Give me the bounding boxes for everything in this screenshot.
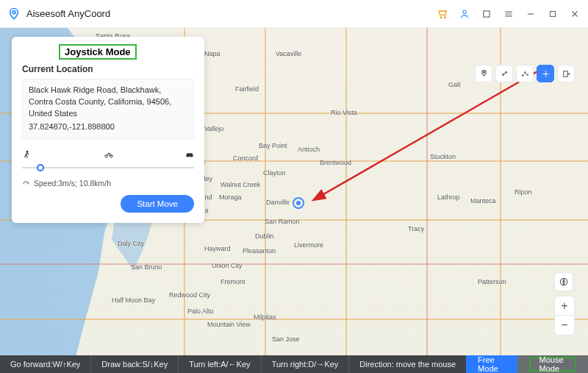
svg-point-12 [527, 74, 528, 74]
speed-text: Speed:3m/s; 10.8km/h [34, 179, 111, 188]
window-mini-icon[interactable] [481, 8, 492, 20]
map-label: Stockton [430, 153, 456, 160]
hint-left: Turn left:A/←Key [179, 355, 261, 373]
map-label: Ripon [514, 188, 532, 196]
export-icon[interactable] [557, 65, 575, 82]
map-label: Manteca [470, 197, 496, 205]
minimize-icon[interactable] [525, 8, 537, 20]
app-title: Aiseesoft AnyCoord [26, 8, 110, 19]
map-label: Redwood City [169, 291, 210, 299]
current-location-label: Current Location [22, 64, 194, 74]
map-label: Vallejo [204, 125, 223, 132]
svg-point-15 [26, 151, 28, 152]
map-label: Bay Point [259, 142, 287, 149]
map-label: Vacaville [276, 50, 301, 57]
svg-point-13 [545, 73, 546, 74]
svg-point-1 [440, 16, 442, 18]
map-label: Walnut Creek [220, 181, 260, 188]
zoom-out-button[interactable]: − [555, 316, 574, 335]
map-mode-toolbar [475, 65, 575, 82]
hint-direction: Direction: move the mouse [349, 355, 466, 373]
zoom-in-button[interactable]: + [555, 296, 574, 316]
hint-back: Draw back:S/↓Key [91, 355, 179, 373]
modify-location-icon[interactable] [475, 65, 492, 82]
map-label: Rio Vista [331, 109, 357, 116]
map-label: Patterson [478, 278, 506, 285]
address-box: Black Hawk Ridge Road, Blackhawk, Contra… [22, 79, 194, 139]
joystick-mode-icon[interactable] [537, 65, 554, 82]
svg-point-0 [12, 10, 15, 13]
map-label: Hayward [204, 245, 231, 252]
car-icon[interactable] [184, 149, 194, 160]
speed-mode-row [22, 149, 194, 160]
svg-point-19 [191, 156, 193, 157]
map-label: Moraga [219, 193, 242, 201]
svg-point-2 [444, 16, 445, 18]
user-icon[interactable] [459, 8, 470, 20]
control-panel: Joystick Mode Current Location Black Haw… [12, 37, 204, 223]
cart-icon[interactable] [437, 8, 448, 20]
svg-point-18 [187, 156, 189, 157]
zoom-controls: + − [554, 296, 575, 335]
hint-forward: Go forward:W/↑Key [0, 355, 91, 373]
one-stop-mode-icon[interactable] [495, 65, 513, 82]
close-icon[interactable] [569, 8, 581, 20]
start-move-button[interactable]: Start Move [121, 195, 194, 213]
map-label: Tracy [408, 225, 424, 232]
svg-point-3 [463, 10, 466, 13]
compass-icon[interactable] [554, 272, 573, 291]
map-label: Pleasanton [243, 247, 276, 255]
walk-icon[interactable] [22, 149, 32, 160]
gauge-icon [22, 179, 30, 187]
app-logo-icon [7, 7, 21, 21]
free-mode-button[interactable]: Free Mode [466, 355, 517, 373]
map-label: Napa [204, 50, 220, 57]
bike-icon[interactable] [103, 149, 113, 160]
svg-point-7 [483, 71, 484, 73]
svg-point-10 [522, 75, 523, 76]
location-pin-icon [293, 197, 304, 209]
map-label: Union City [212, 262, 243, 269]
svg-rect-5 [551, 11, 556, 16]
multi-stop-mode-icon[interactable] [516, 65, 534, 82]
speed-readout: Speed:3m/s; 10.8km/h [22, 179, 194, 188]
map-label: Galt [448, 81, 461, 88]
map-label: San Jose [272, 335, 300, 343]
map-label: Concord [233, 154, 258, 162]
title-bar: Aiseesoft AnyCoord [0, 0, 588, 28]
speed-slider[interactable] [22, 163, 194, 173]
coords-text: 37.824870,-121.898800 [29, 121, 187, 133]
map-label: San Bruno [131, 263, 162, 271]
hint-right: Turn right:D/→Key [262, 355, 350, 373]
maximize-icon[interactable] [547, 8, 559, 20]
map-label: Milpitas [254, 313, 276, 321]
map-label: Lathrop [437, 193, 460, 201]
map-label: Dublin [255, 232, 274, 240]
bottom-bar: Go forward:W/↑Key Draw back:S/↓Key Turn … [0, 355, 588, 373]
mouse-mode-label: Mouse Mode [529, 357, 576, 372]
map-label: Mountain View [207, 321, 251, 328]
map-label: Clayton [263, 169, 286, 177]
map-label: Daly City [118, 240, 144, 247]
mouse-mode-button[interactable]: Mouse Mode [517, 355, 588, 373]
map-label: Fremont [220, 278, 245, 285]
svg-rect-4 [484, 10, 490, 16]
mode-title: Joystick Mode [59, 44, 137, 60]
map-label: San Ramon [265, 218, 300, 225]
map-label: Half Moon Bay [112, 296, 155, 304]
map-label: Fairfield [235, 85, 259, 93]
map-label: Brentwood [320, 159, 351, 166]
address-text: Black Hawk Ridge Road, Blackhawk, Contra… [29, 85, 187, 120]
svg-point-11 [524, 71, 525, 72]
menu-icon[interactable] [503, 8, 514, 20]
map-label: Palo Alto [187, 308, 214, 315]
map-label: Antioch [298, 146, 320, 153]
map-label: Danville [266, 199, 290, 206]
map-label: Livermore [294, 241, 323, 249]
